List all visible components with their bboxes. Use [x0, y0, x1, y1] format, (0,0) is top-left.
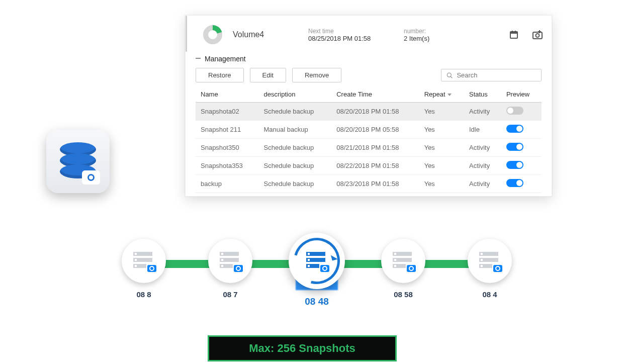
max-snapshots-badge: Max: 256 Snapshots — [208, 335, 397, 361]
schedule-icon[interactable] — [509, 30, 518, 40]
database-snapshot-icon — [60, 142, 96, 180]
col-status[interactable]: Status — [464, 86, 501, 103]
cell-repeat: Yes — [419, 175, 464, 193]
storage-snapshot-icon — [393, 252, 414, 270]
svg-rect-9 — [538, 31, 541, 32]
max-snapshots-text: Max: 256 Snapshots — [249, 342, 355, 355]
col-name[interactable]: Name — [196, 86, 259, 103]
search-box[interactable] — [441, 69, 542, 81]
svg-point-7 — [536, 34, 540, 37]
preview-toggle[interactable] — [506, 179, 523, 187]
cell-name: Snapshot 211 — [196, 121, 259, 139]
snapshot-table: Name description Create Time Repeat Stat… — [196, 86, 542, 193]
table-header-row: Name description Create Time Repeat Stat… — [196, 86, 542, 103]
table-row[interactable]: Snapshota353Schedule backup08/22/2018 PM… — [196, 157, 542, 175]
cell-status: Activity — [464, 139, 501, 157]
snapshot-node-icon — [289, 233, 345, 289]
snapshot-node-icon — [468, 239, 512, 283]
section-title-text: Management — [205, 55, 246, 63]
storage-snapshot-icon — [479, 252, 500, 270]
preview-toggle[interactable] — [506, 125, 523, 133]
col-preview[interactable]: Preview — [501, 86, 542, 103]
next-time-block: Next time 08/25/2018 PM 01:58 — [308, 28, 394, 42]
cell-repeat: Yes — [419, 157, 464, 175]
col-description[interactable]: description — [259, 86, 332, 103]
cell-create-time: 08/20/2018 PM 01:58 — [331, 103, 419, 121]
timeline-node[interactable]: 08 4 — [446, 239, 533, 299]
timeline-label: 08 48 — [305, 296, 329, 307]
timeline-label: 08 7 — [223, 290, 237, 299]
section-title: Management — [196, 55, 542, 63]
timeline-label: 08 8 — [136, 290, 151, 299]
timeline-label: 08 58 — [394, 290, 413, 299]
remove-button[interactable]: Remove — [292, 68, 341, 82]
cell-preview — [501, 139, 542, 157]
panel-header: Volume4 Next time 08/25/2018 PM 01:58 nu… — [196, 25, 542, 45]
toolbar: Restore Edit Remove — [196, 68, 542, 82]
cell-description: Schedule backup — [259, 175, 332, 193]
cell-create-time: 08/23/2018 PM 01:58 — [331, 175, 419, 193]
app-icon — [46, 130, 110, 193]
timeline-node[interactable]: 08 7 — [187, 239, 274, 299]
storage-snapshot-icon — [220, 252, 241, 270]
storage-snapshot-icon — [133, 252, 154, 270]
cell-create-time: 08/21/2018 PM 01:58 — [331, 139, 419, 157]
col-repeat[interactable]: Repeat — [419, 86, 464, 103]
take-snapshot-icon[interactable] — [532, 30, 543, 40]
cell-status: Activity — [464, 103, 501, 121]
cell-preview — [501, 103, 542, 121]
svg-line-11 — [451, 76, 452, 78]
preview-toggle[interactable] — [506, 161, 523, 169]
number-value: 2 Item(s) — [404, 35, 489, 42]
table-row[interactable]: Snapshot 211Manual backup08/20/2018 PM 0… — [196, 121, 542, 139]
restore-button[interactable]: Restore — [196, 68, 244, 82]
svg-point-10 — [447, 73, 451, 77]
search-input[interactable] — [457, 71, 536, 79]
timeline-node[interactable]: 08 48 — [274, 239, 360, 307]
next-time-label: Next time — [308, 28, 394, 35]
preview-toggle[interactable] — [506, 143, 523, 151]
search-icon — [446, 72, 453, 79]
timeline-node[interactable]: 08 58 — [360, 239, 446, 299]
cell-create-time: 08/22/2018 PM 01:58 — [331, 157, 419, 175]
cell-name: Snapshota02 — [196, 103, 259, 121]
cell-status: Idle — [464, 121, 501, 139]
cell-name: Snapshot350 — [196, 139, 259, 157]
preview-toggle[interactable] — [506, 107, 523, 115]
cell-repeat: Yes — [419, 121, 464, 139]
table-row[interactable]: Snapshot350Schedule backup08/21/2018 PM … — [196, 139, 542, 157]
svg-rect-4 — [512, 31, 513, 33]
svg-rect-3 — [510, 32, 517, 34]
snapshot-node-icon — [381, 239, 425, 283]
cell-create-time: 08/20/2018 PM 05:58 — [331, 121, 419, 139]
number-block: number: 2 Item(s) — [404, 28, 489, 42]
sort-desc-icon — [447, 94, 452, 96]
cell-preview — [501, 121, 542, 139]
edit-button[interactable]: Edit — [250, 68, 286, 82]
timeline-node[interactable]: 08 8 — [101, 239, 187, 299]
cell-repeat: Yes — [419, 139, 464, 157]
snapshot-panel: Volume4 Next time 08/25/2018 PM 01:58 nu… — [185, 15, 552, 197]
number-label: number: — [404, 28, 489, 35]
svg-rect-5 — [515, 31, 516, 33]
snapshot-node-icon — [122, 239, 166, 283]
table-row[interactable]: Snapshota02Schedule backup08/20/2018 PM … — [196, 103, 542, 121]
volume-usage-donut — [203, 25, 223, 45]
collapse-icon[interactable] — [196, 58, 201, 59]
cell-preview — [501, 157, 542, 175]
volume-name: Volume4 — [233, 30, 298, 39]
cell-status: Activity — [464, 175, 501, 193]
cell-status: Activity — [464, 157, 501, 175]
next-time-value: 08/25/2018 PM 01:58 — [308, 35, 394, 42]
cell-description: Schedule backup — [259, 139, 332, 157]
table-row[interactable]: backupSchedule backup08/23/2018 PM 01:58… — [196, 175, 542, 193]
cell-description: Schedule backup — [259, 103, 332, 121]
snapshot-node-icon — [208, 239, 252, 283]
storage-snapshot-icon — [306, 252, 327, 270]
svg-rect-6 — [533, 32, 542, 39]
cell-repeat: Yes — [419, 103, 464, 121]
timeline-label: 08 4 — [482, 290, 497, 299]
cell-preview — [501, 175, 542, 193]
cell-name: Snapshota353 — [196, 157, 259, 175]
col-create-time[interactable]: Create Time — [331, 86, 419, 103]
